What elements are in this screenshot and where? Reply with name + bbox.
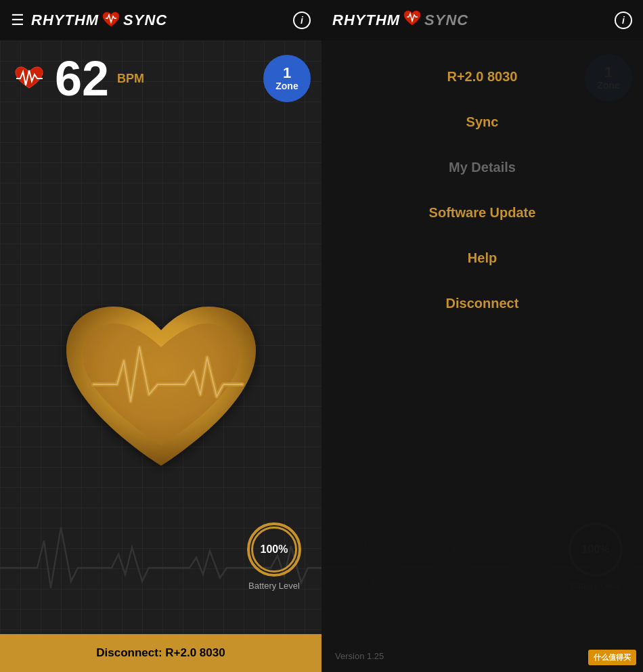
right-content: RHYTHM NC i 1 Zone (322, 0, 643, 672)
logo: RHYTHM SYNC (31, 12, 167, 29)
battery-circle: 100% (247, 522, 301, 577)
zone-label: Zone (275, 81, 298, 91)
menu-item-disconnect[interactable]: Disconnect (322, 281, 643, 326)
logo-rhythm: RHYTHM (31, 12, 99, 29)
left-header: ☰ RHYTHM SYNC i (0, 0, 322, 41)
left-panel: ☰ RHYTHM SYNC i 62 BPM (0, 0, 322, 672)
menu-item-sync[interactable]: Sync (322, 99, 643, 145)
menu-item-help[interactable]: Help (322, 236, 643, 281)
logo-heart-icon (102, 12, 120, 29)
bpm-unit: BPM (117, 72, 263, 86)
battery-label: Battery Level (248, 581, 300, 591)
menu-logo: RHYTHM SYNC (332, 10, 468, 30)
main-graphic: 100% Battery Level (0, 110, 322, 672)
zone-number: 1 (283, 66, 291, 81)
heart-monitor-icon (11, 65, 48, 92)
logo-sync: SYNC (123, 12, 167, 29)
menu-logo-sync: SYNC (424, 12, 468, 29)
menu-overlay: RHYTHM SYNC i R+2.0 8030 Sync (322, 0, 643, 672)
hamburger-icon[interactable]: ☰ (11, 12, 24, 29)
menu-items: R+2.0 8030 Sync My Details Software Upda… (322, 41, 643, 640)
menu-info-icon[interactable]: i (615, 12, 632, 29)
menu-item-software-update[interactable]: Software Update (322, 190, 643, 236)
zone-badge[interactable]: 1 Zone (263, 55, 311, 102)
watermark: 什么值得买 (588, 650, 636, 665)
right-panel: RHYTHM NC i 1 Zone (322, 0, 643, 672)
bpm-section: 62 BPM 1 Zone (0, 41, 322, 110)
disconnect-button[interactable]: Disconnect: R+2.0 8030 (0, 634, 322, 672)
battery-section: 100% Battery Level (247, 522, 301, 591)
header-left: ☰ RHYTHM SYNC (11, 12, 167, 29)
menu-logo-heart-icon (403, 10, 422, 30)
menu-header: RHYTHM SYNC i (322, 0, 643, 41)
heart-logo-large (53, 290, 269, 493)
menu-logo-rhythm: RHYTHM (332, 12, 400, 29)
menu-device-name[interactable]: R+2.0 8030 (322, 54, 643, 99)
battery-percent: 100% (261, 543, 288, 556)
menu-item-my-details: My Details (322, 145, 643, 190)
bpm-value: 62 (55, 54, 109, 103)
info-icon[interactable]: i (293, 12, 311, 29)
